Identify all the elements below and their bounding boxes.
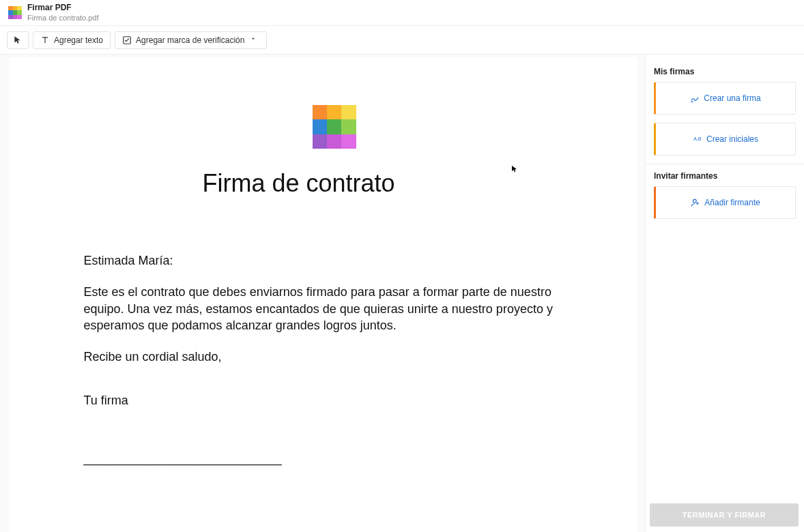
select-tool-button[interactable] <box>7 31 29 49</box>
text-icon <box>40 35 50 45</box>
sidebar-divider <box>646 164 804 164</box>
create-initials-label: Crear iniciales <box>706 134 758 144</box>
app-title: Firmar PDF <box>27 3 99 12</box>
main-layout: Firma de contrato Estimada María: Este e… <box>0 55 804 532</box>
app-header: Firmar PDF Firma de contrato.pdf <box>0 0 804 26</box>
create-signature-label: Crear una firma <box>704 93 760 103</box>
signature-icon <box>690 93 700 103</box>
invite-signers-title: Invitar firmantes <box>654 171 796 181</box>
signature-label: Tu firma <box>84 392 562 409</box>
pointer-icon <box>13 35 23 45</box>
app-logo-icon <box>8 6 22 20</box>
toolbar: Agregar texto Agregar marca de verificac… <box>0 26 804 55</box>
create-initials-button[interactable]: A.B Crear iniciales <box>654 123 796 156</box>
document-paragraph: Este es el contrato que debes enviarnos … <box>84 284 562 334</box>
document-salutation: Estimada María: <box>84 252 562 269</box>
add-signer-button[interactable]: Añadir firmante <box>654 186 796 219</box>
svg-point-2 <box>693 199 697 203</box>
document-heading: Firma de contrato <box>36 169 562 198</box>
add-text-button[interactable]: Agregar texto <box>33 31 111 49</box>
document-closing: Recibe un cordial saludo, <box>84 349 562 365</box>
finish-and-sign-label: TERMINAR Y FIRMAR <box>683 511 766 519</box>
checkmark-icon <box>122 35 132 45</box>
create-signature-button[interactable]: Crear una firma <box>654 82 796 115</box>
finish-and-sign-button[interactable]: TERMINAR Y FIRMAR <box>650 503 799 527</box>
svg-text:A.B: A.B <box>693 136 702 141</box>
file-name: Firma de contrato.pdf <box>27 14 99 22</box>
document-logo-icon <box>313 105 356 149</box>
initials-icon: A.B <box>693 134 702 144</box>
add-checkmark-label: Agregar marca de verificación <box>136 35 244 45</box>
document-body: Estimada María: Este es el contrato que … <box>84 252 562 467</box>
chevron-down-icon <box>250 35 259 45</box>
add-text-label: Agregar texto <box>54 35 103 45</box>
my-signatures-title: Mis firmas <box>654 67 796 76</box>
document-page[interactable]: Firma de contrato Estimada María: Este e… <box>9 57 637 532</box>
add-person-icon <box>691 198 700 207</box>
sidebar: Mis firmas Crear una firma A.B Crear ini… <box>646 55 804 532</box>
add-checkmark-button[interactable]: Agregar marca de verificación <box>115 31 267 49</box>
signature-line: _____________________________ <box>84 450 562 467</box>
header-titles: Firmar PDF Firma de contrato.pdf <box>27 3 99 21</box>
document-area[interactable]: Firma de contrato Estimada María: Este e… <box>0 55 646 532</box>
add-signer-label: Añadir firmante <box>704 198 760 207</box>
